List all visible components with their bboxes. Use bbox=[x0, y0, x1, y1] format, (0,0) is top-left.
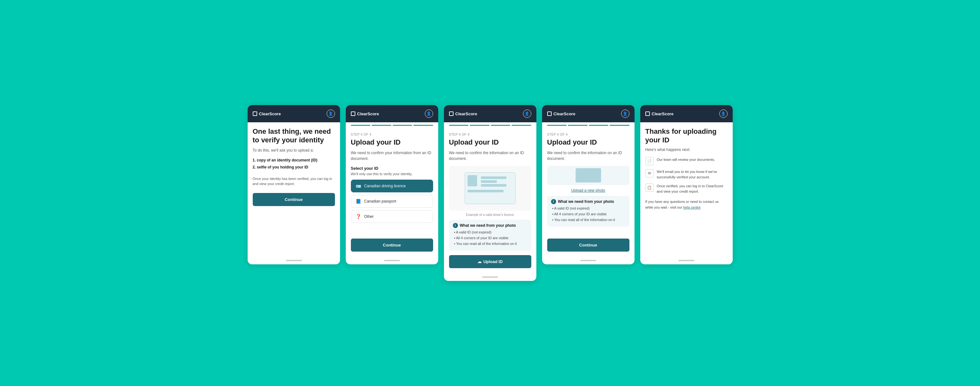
screens-container: ClearScore 👤 One last thing, we need to … bbox=[248, 105, 733, 281]
screen-1-continue-button[interactable]: Continue bbox=[253, 193, 335, 206]
clearscore-logo: ClearScore bbox=[253, 111, 281, 116]
select-id-subtitle: We'll only use this to verify your ident… bbox=[351, 172, 433, 176]
uploaded-id-preview bbox=[547, 166, 630, 185]
id-card-line-3 bbox=[481, 184, 506, 187]
passport-label: Canadian passport bbox=[364, 199, 396, 203]
screen-3-content: STEP 4 OF 4 Upload your ID We need to co… bbox=[444, 128, 536, 273]
bottom-home-indicator bbox=[286, 260, 302, 261]
screen-4-content: STEP 4 OF 4 Upload your ID We need to co… bbox=[542, 128, 635, 257]
clearscore-logo-3: ClearScore bbox=[449, 111, 477, 116]
uploaded-id-thumbnail bbox=[576, 168, 601, 183]
screen-3-subtitle: We need to confirm the information on an… bbox=[449, 150, 531, 162]
info-box-title-4: i What we need from your photo bbox=[551, 199, 625, 204]
next-step-2-text: We'll email you to let you know if we've… bbox=[657, 169, 728, 179]
next-step-1-icon: 📄 bbox=[645, 157, 654, 165]
logo-icon-4 bbox=[547, 111, 552, 116]
progress-seg-3 bbox=[393, 125, 412, 126]
info-item-4-3: You can read all of the information on i… bbox=[551, 218, 625, 222]
user-icon-2[interactable]: 👤 bbox=[425, 110, 433, 118]
other-label: Other bbox=[364, 214, 374, 219]
user-icon-5[interactable]: 👤 bbox=[719, 110, 728, 118]
progress-seg-4-1 bbox=[547, 125, 567, 126]
screen-3-step-label: STEP 4 OF 4 bbox=[449, 133, 531, 136]
next-step-3-text: Once verified, you can log in to ClearSc… bbox=[657, 183, 728, 194]
screen-4-title: Upload your ID bbox=[547, 138, 630, 146]
progress-seg-3-1 bbox=[449, 125, 469, 126]
screen-4-continue-button[interactable]: Continue bbox=[547, 238, 630, 252]
screen-1-header: ClearScore 👤 bbox=[248, 105, 340, 122]
bottom-home-indicator-4 bbox=[580, 260, 596, 261]
other-icon: ❓ bbox=[356, 214, 361, 219]
info-icon-3: i bbox=[453, 223, 458, 228]
id-option-other[interactable]: ❓ Other bbox=[351, 210, 433, 223]
bottom-home-indicator-5 bbox=[679, 260, 694, 261]
progress-seg-4-4 bbox=[610, 125, 630, 126]
screen-3-bottom bbox=[444, 273, 536, 281]
passport-icon: 📘 bbox=[356, 199, 361, 204]
screen-5-thanks: ClearScore 👤 Thanks for uploading your I… bbox=[640, 105, 733, 264]
screen-2-continue-button[interactable]: Continue bbox=[351, 238, 433, 252]
contact-text: If you have any questions or need to con… bbox=[645, 199, 728, 210]
driving-licence-label: Canadian driving licence bbox=[364, 184, 406, 188]
info-item-3-3: You can read all of the information on i… bbox=[453, 241, 527, 246]
user-icon-4[interactable]: 👤 bbox=[621, 110, 630, 118]
upload-icon: ☁ bbox=[477, 259, 482, 264]
screen-4-step-label: STEP 4 OF 4 bbox=[547, 133, 630, 136]
logo-icon-5 bbox=[645, 111, 650, 116]
screen-1-subtitle: To do this, we'll ask you to upload a: bbox=[253, 148, 335, 153]
next-step-3-icon: 📋 bbox=[645, 183, 654, 192]
next-step-2: ✉ We'll email you to let you know if we'… bbox=[645, 169, 728, 179]
info-item-4-1: A valid ID (not expired) bbox=[551, 206, 625, 211]
info-item-3-2: All 4 corners of your ID are visible bbox=[453, 236, 527, 240]
screen-3-title: Upload your ID bbox=[449, 138, 531, 146]
id-option-driving-licence[interactable]: 🪪 Canadian driving licence bbox=[351, 179, 433, 192]
screen-2-content: STEP 4 OF 4 Upload your ID We need to co… bbox=[346, 128, 438, 257]
id-card-line-4 bbox=[468, 190, 504, 192]
screen-5-title: Thanks for uploading your ID bbox=[645, 127, 728, 144]
info-box-4: i What we need from your photo A valid I… bbox=[547, 196, 630, 227]
user-icon-3[interactable]: 👤 bbox=[523, 110, 531, 118]
next-steps-list: 📄 Our team will review your documents. ✉… bbox=[645, 157, 728, 194]
logo-text-5: ClearScore bbox=[652, 111, 674, 116]
next-step-1: 📄 Our team will review your documents. bbox=[645, 157, 728, 165]
progress-bar-4 bbox=[542, 122, 635, 128]
logo-text-2: ClearScore bbox=[357, 111, 379, 116]
screen-5-subtitle: Here's what happens next: bbox=[645, 148, 728, 152]
clearscore-logo-2: ClearScore bbox=[351, 111, 379, 116]
upload-new-photo-link[interactable]: Upload a new photo bbox=[547, 188, 630, 193]
bottom-home-indicator-2 bbox=[384, 260, 400, 261]
select-id-heading: Select your ID bbox=[351, 166, 433, 171]
logo-text-3: ClearScore bbox=[455, 111, 477, 116]
screen-2-subtitle: We need to confirm your information from… bbox=[351, 150, 433, 162]
screen-3-header: ClearScore 👤 bbox=[444, 105, 536, 122]
screen-4-bottom bbox=[542, 257, 635, 264]
screen-5-content: Thanks for uploading your ID Here's what… bbox=[640, 122, 733, 257]
progress-bar-3 bbox=[444, 122, 536, 128]
screen-1-title: One last thing, we need to verify your i… bbox=[253, 127, 335, 144]
screen-4-header: ClearScore 👤 bbox=[542, 105, 635, 122]
intro-list-item-1: 1. copy of an identity document (ID) bbox=[253, 158, 335, 163]
logo-icon-3 bbox=[449, 111, 453, 116]
screen-2-header: ClearScore 👤 bbox=[346, 105, 438, 122]
screen-2-bottom bbox=[346, 257, 438, 264]
progress-seg-4-2 bbox=[568, 125, 588, 126]
next-step-3: 📋 Once verified, you can log in to Clear… bbox=[645, 183, 728, 194]
progress-seg-1 bbox=[351, 125, 371, 126]
screen-4-after-upload: ClearScore 👤 STEP 4 OF 4 Upload your ID … bbox=[542, 105, 635, 264]
id-option-passport[interactable]: 📘 Canadian passport bbox=[351, 195, 433, 208]
screen-1-content: One last thing, we need to verify your i… bbox=[248, 122, 340, 257]
progress-seg-4-3 bbox=[589, 125, 609, 126]
info-box-title-3: i What we need from your photo bbox=[453, 223, 527, 228]
info-box-3: i What we need from your photo A valid I… bbox=[449, 220, 531, 251]
screen-2-title: Upload your ID bbox=[351, 138, 433, 146]
id-card-line-1 bbox=[481, 176, 506, 179]
id-card-illustration bbox=[465, 172, 515, 204]
id-card-line-2 bbox=[481, 180, 497, 183]
help-centre-link[interactable]: help centre bbox=[683, 205, 700, 209]
info-icon-4: i bbox=[551, 199, 556, 204]
screen-1-verify-intro: ClearScore 👤 One last thing, we need to … bbox=[248, 105, 340, 264]
progress-bar-2 bbox=[346, 122, 438, 128]
upload-id-button[interactable]: ☁ Upload ID bbox=[449, 255, 531, 268]
user-icon[interactable]: 👤 bbox=[327, 110, 335, 118]
id-preview-label: Example of a valid driver's licence bbox=[449, 213, 531, 216]
